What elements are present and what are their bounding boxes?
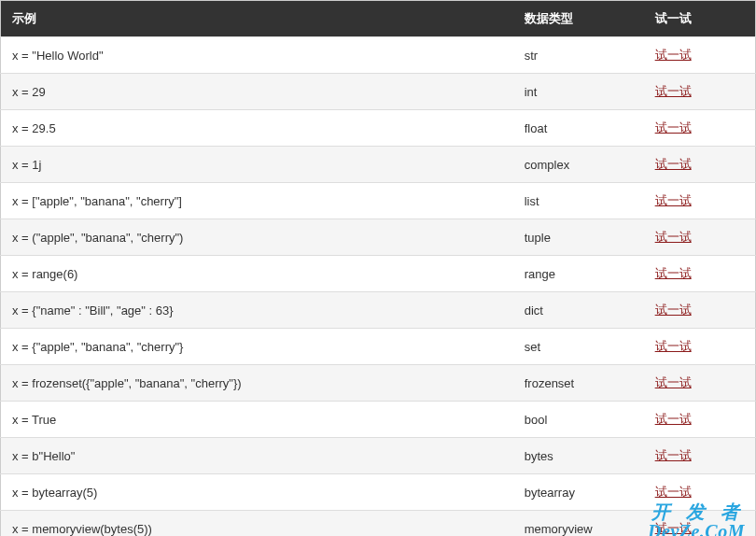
cell-try: 试一试 xyxy=(644,37,756,74)
table-row: x = {"name" : "Bill", "age" : 63}dict试一试 xyxy=(1,292,756,329)
table-row: x = ("apple", "banana", "cherry")tuple试一… xyxy=(1,219,756,256)
cell-example: x = 29 xyxy=(1,74,513,110)
table-row: x = "Hello World"str试一试 xyxy=(1,37,756,74)
cell-type: int xyxy=(513,74,644,110)
cell-example: x = bytearray(5) xyxy=(1,474,513,511)
cell-try: 试一试 xyxy=(644,256,756,292)
cell-try: 试一试 xyxy=(644,110,756,147)
table-row: x = range(6)range试一试 xyxy=(1,256,756,292)
cell-try: 试一试 xyxy=(644,147,756,183)
try-link[interactable]: 试一试 xyxy=(655,120,692,134)
cell-example: x = 1j xyxy=(1,147,513,183)
cell-try: 试一试 xyxy=(644,474,756,511)
table-row: x = b"Hello"bytes试一试 xyxy=(1,438,756,474)
cell-example: x = memoryview(bytes(5)) xyxy=(1,511,513,537)
try-link[interactable]: 试一试 xyxy=(655,375,692,389)
cell-try: 试一试 xyxy=(644,219,756,256)
cell-type: range xyxy=(513,256,644,292)
cell-example: x = frozenset({"apple", "banana", "cherr… xyxy=(1,365,513,402)
table-row: x = bytearray(5)bytearray试一试 xyxy=(1,474,756,511)
header-type: 数据类型 xyxy=(513,1,644,37)
cell-example: x = range(6) xyxy=(1,256,513,292)
table-body: x = "Hello World"str试一试x = 29int试一试x = 2… xyxy=(1,37,756,537)
cell-type: bool xyxy=(513,402,644,438)
cell-type: list xyxy=(513,183,644,219)
table-row: x = frozenset({"apple", "banana", "cherr… xyxy=(1,365,756,402)
cell-type: tuple xyxy=(513,219,644,256)
cell-type: complex xyxy=(513,147,644,183)
table-row: x = ["apple", "banana", "cherry"]list试一试 xyxy=(1,183,756,219)
cell-try: 试一试 xyxy=(644,329,756,365)
table-row: x = 29.5float试一试 xyxy=(1,110,756,147)
try-link[interactable]: 试一试 xyxy=(655,48,692,62)
cell-type: dict xyxy=(513,292,644,329)
cell-try: 试一试 xyxy=(644,74,756,110)
try-link[interactable]: 试一试 xyxy=(655,339,692,353)
cell-try: 试一试 xyxy=(644,511,756,537)
cell-example: x = ["apple", "banana", "cherry"] xyxy=(1,183,513,219)
cell-try: 试一试 xyxy=(644,365,756,402)
table-row: x = Truebool试一试 xyxy=(1,402,756,438)
cell-type: float xyxy=(513,110,644,147)
table-row: x = 29int试一试 xyxy=(1,74,756,110)
cell-example: x = b"Hello" xyxy=(1,438,513,474)
try-link[interactable]: 试一试 xyxy=(655,266,692,280)
try-link[interactable]: 试一试 xyxy=(655,412,692,426)
cell-example: x = ("apple", "banana", "cherry") xyxy=(1,219,513,256)
try-link[interactable]: 试一试 xyxy=(655,193,692,207)
table-header-row: 示例 数据类型 试一试 xyxy=(1,1,756,37)
cell-try: 试一试 xyxy=(644,438,756,474)
try-link[interactable]: 试一试 xyxy=(655,84,692,98)
cell-example: x = "Hello World" xyxy=(1,37,513,74)
header-try: 试一试 xyxy=(644,1,756,37)
datatype-table: 示例 数据类型 试一试 x = "Hello World"str试一试x = 2… xyxy=(0,0,756,536)
cell-type: memoryview xyxy=(513,511,644,537)
try-link[interactable]: 试一试 xyxy=(655,485,692,499)
cell-type: frozenset xyxy=(513,365,644,402)
cell-example: x = True xyxy=(1,402,513,438)
try-link[interactable]: 试一试 xyxy=(655,303,692,317)
cell-type: bytes xyxy=(513,438,644,474)
cell-try: 试一试 xyxy=(644,183,756,219)
try-link[interactable]: 试一试 xyxy=(655,521,692,535)
table-row: x = 1jcomplex试一试 xyxy=(1,147,756,183)
cell-type: set xyxy=(513,329,644,365)
cell-try: 试一试 xyxy=(644,402,756,438)
table-row: x = {"apple", "banana", "cherry"}set试一试 xyxy=(1,329,756,365)
header-example: 示例 xyxy=(1,1,513,37)
try-link[interactable]: 试一试 xyxy=(655,230,692,244)
cell-example: x = {"name" : "Bill", "age" : 63} xyxy=(1,292,513,329)
try-link[interactable]: 试一试 xyxy=(655,448,692,462)
cell-type: bytearray xyxy=(513,474,644,511)
cell-example: x = {"apple", "banana", "cherry"} xyxy=(1,329,513,365)
cell-example: x = 29.5 xyxy=(1,110,513,147)
cell-type: str xyxy=(513,37,644,74)
try-link[interactable]: 试一试 xyxy=(655,157,692,171)
cell-try: 试一试 xyxy=(644,292,756,329)
table-row: x = memoryview(bytes(5))memoryview试一试 xyxy=(1,511,756,537)
